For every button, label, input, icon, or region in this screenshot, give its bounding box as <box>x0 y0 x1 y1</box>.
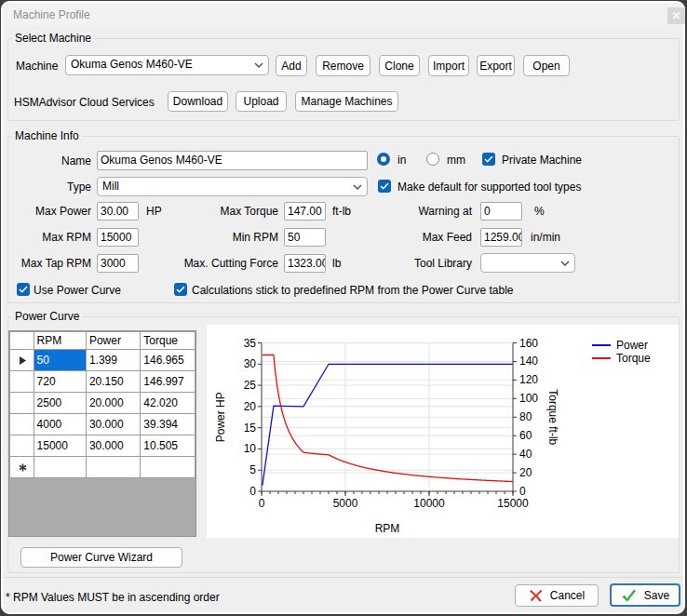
use-power-curve-checkbox[interactable] <box>17 283 30 296</box>
grid-row-header[interactable] <box>10 350 34 371</box>
grid-cell[interactable]: 10.505 <box>141 435 195 457</box>
y-right-tick-label: 120 <box>519 373 538 386</box>
grid-row: 250020.00042.020 <box>10 393 195 414</box>
grid-new-row-header[interactable] <box>10 457 34 478</box>
close-button[interactable]: ✕ <box>667 7 685 24</box>
import-button[interactable]: Import <box>428 55 469 76</box>
y-left-tick-label: 15 <box>244 422 257 435</box>
green-check-icon <box>621 588 637 603</box>
warning-at-input[interactable]: 0 <box>480 202 522 221</box>
min-rpm-label: Min RPM <box>176 231 278 244</box>
title-bar[interactable]: Machine Profile <box>3 3 683 26</box>
grid-cell[interactable]: 15000 <box>34 435 86 457</box>
y-left-axis-title: Power HP <box>214 392 227 442</box>
power-series-line <box>263 364 513 485</box>
grid-cell[interactable]: 1.399 <box>86 350 140 371</box>
make-default-checkbox[interactable] <box>378 180 391 193</box>
y-left-tick-label: 5 <box>249 463 256 476</box>
grid-cell-empty[interactable] <box>86 457 140 478</box>
tool-library-combobox[interactable] <box>480 253 575 273</box>
power-curve-grid[interactable]: RPMPowerTorque501.399146.96572020.150146… <box>9 331 195 478</box>
max-tap-rpm-input[interactable]: 3000 <box>97 254 139 273</box>
power-curve-wizard-button[interactable]: Power Curve Wizard <box>20 547 182 568</box>
grid-cell-empty[interactable] <box>141 457 195 478</box>
unit-in-radio[interactable] <box>377 153 390 166</box>
grid-row-header[interactable] <box>10 371 34 393</box>
max-torque-input[interactable]: 147.00 <box>284 202 326 221</box>
y-left-tick-label: 10 <box>244 442 257 455</box>
grid-row-header[interactable] <box>10 393 34 414</box>
machine-combobox-value: Okuma Genos M460-VE <box>71 58 193 71</box>
name-label: Name <box>17 154 91 167</box>
cancel-button[interactable]: Cancel <box>515 584 599 607</box>
y-left-tick-label: 35 <box>244 337 257 350</box>
manage-machines-button[interactable]: Manage Machines <box>295 91 398 112</box>
unit-mm-radio[interactable] <box>426 153 439 166</box>
grid-cell[interactable]: 39.394 <box>141 414 195 435</box>
grid-new-row <box>10 457 195 478</box>
max-rpm-input[interactable]: 15000 <box>97 228 139 247</box>
grid-cell[interactable]: 146.997 <box>141 371 195 393</box>
machine-combobox[interactable]: Okuma Genos M460-VE <box>65 55 269 75</box>
max-feed-input[interactable]: 1259.00 <box>480 228 522 247</box>
y-right-tick-label: 160 <box>519 337 538 350</box>
x-axis-title: RPM <box>375 522 400 535</box>
save-button[interactable]: Save <box>610 583 680 607</box>
remove-button[interactable]: Remove <box>316 55 370 76</box>
power-curve-table[interactable]: RPMPowerTorque501.399146.96572020.150146… <box>8 330 196 537</box>
legend-label-torque: Torque <box>616 352 651 365</box>
x-tick-label: 5000 <box>333 497 358 510</box>
y-right-tick-label: 20 <box>519 466 532 479</box>
max-power-label: Max Power <box>17 205 91 218</box>
grid-corner-header[interactable] <box>10 332 34 350</box>
y-left-tick-label: 0 <box>249 485 256 498</box>
chevron-down-icon <box>353 184 362 190</box>
grid-cell[interactable]: 30.000 <box>86 414 140 435</box>
clone-button[interactable]: Clone <box>379 55 420 76</box>
max-torque-unit: ft-lb <box>332 205 351 218</box>
calc-stick-label: Calculations stick to predefined RPM fro… <box>192 284 514 297</box>
grid-cell-empty[interactable] <box>34 457 86 478</box>
private-machine-checkbox[interactable] <box>482 153 495 166</box>
grid-column-header-rpm[interactable]: RPM <box>34 332 86 350</box>
download-button[interactable]: Download <box>168 91 228 112</box>
export-button[interactable]: Export <box>477 55 515 76</box>
window-title: Machine Profile <box>13 8 90 21</box>
grid-column-header-torque[interactable]: Torque <box>141 332 195 350</box>
grid-column-header-power[interactable]: Power <box>86 332 140 350</box>
max-cutting-force-input[interactable]: 1323.00 <box>284 254 326 273</box>
grid-cell[interactable]: 2500 <box>34 393 86 414</box>
type-combobox-value: Mill <box>102 180 119 193</box>
private-machine-label: Private Machine <box>502 154 582 167</box>
grid-cell[interactable]: 42.020 <box>141 393 195 414</box>
use-power-curve-label: Use Power Curve <box>34 284 121 297</box>
type-label: Type <box>17 181 91 194</box>
name-input[interactable]: Okuma Genos M460-VE <box>97 151 368 170</box>
grid-cell[interactable]: 4000 <box>34 414 86 435</box>
type-combobox[interactable]: Mill <box>97 177 368 196</box>
grid-cell[interactable]: 50 <box>34 350 86 371</box>
grid-cell[interactable]: 720 <box>34 371 86 393</box>
min-rpm-input[interactable]: 50 <box>284 228 326 247</box>
y-right-tick-label: 80 <box>519 410 532 423</box>
add-button[interactable]: Add <box>276 55 307 76</box>
check-icon <box>19 286 28 293</box>
upload-button[interactable]: Upload <box>236 91 287 112</box>
unit-in-label: in <box>397 154 406 167</box>
open-button[interactable]: Open <box>523 55 570 76</box>
machine-info-group-label: Machine Info <box>12 130 82 142</box>
max-power-input[interactable]: 30.00 <box>97 202 139 221</box>
grid-cell[interactable]: 20.000 <box>86 393 140 414</box>
current-row-arrow-icon <box>19 356 27 365</box>
power-curve-group-label: Power Curve <box>12 311 82 323</box>
grid-cell[interactable]: 30.000 <box>86 435 140 457</box>
warning-at-unit: % <box>534 205 545 218</box>
chart-canvas: 0510152025303502040608010012014016005000… <box>207 325 679 538</box>
check-icon <box>380 182 389 190</box>
warning-at-label: Warning at <box>397 205 472 218</box>
grid-cell[interactable]: 146.965 <box>141 350 195 371</box>
grid-row-header[interactable] <box>10 414 34 435</box>
calc-stick-checkbox[interactable] <box>174 283 187 296</box>
grid-row-header[interactable] <box>10 435 34 457</box>
grid-cell[interactable]: 20.150 <box>86 371 140 393</box>
